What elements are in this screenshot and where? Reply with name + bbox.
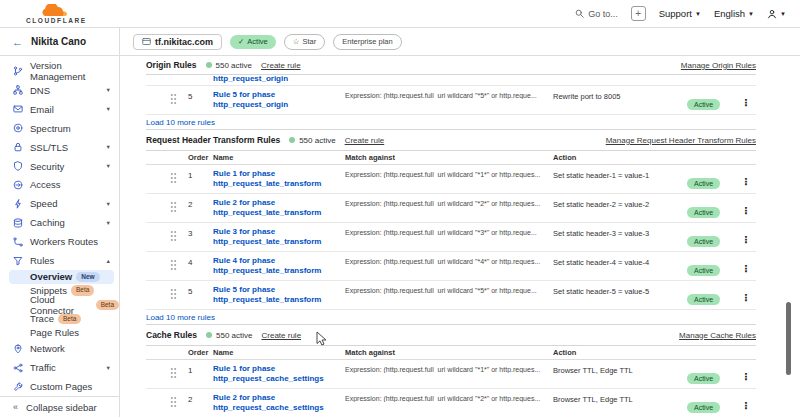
rule-name-link[interactable]: Rule 3 for phasehttp_request_late_transf… (213, 227, 345, 247)
clipped-rule-row: http_request_origin (146, 75, 756, 86)
rule-name-link[interactable]: Rule 4 for phasehttp_request_late_transf… (213, 256, 345, 276)
sidebar: Version Management DNS ▼ Email ▼ Spectru… (0, 56, 120, 417)
load-more-transform-rules[interactable]: Load 10 more rules (146, 310, 756, 325)
cloudflare-logo[interactable]: CLOUDFLARE (26, 4, 87, 25)
star-button[interactable]: ☆ Star (284, 34, 326, 50)
drag-handle-icon[interactable] (170, 93, 177, 104)
rules-overview-content: Origin Rules 550 active Create rule Mana… (120, 56, 800, 417)
funnel-icon (13, 256, 23, 266)
site-icon (142, 37, 151, 46)
beta-badge: Beta (96, 300, 119, 310)
drag-handle-icon[interactable] (170, 172, 177, 183)
drag-handle-icon[interactable] (170, 367, 177, 378)
back-to-account[interactable]: ← Nikita Cano (0, 28, 120, 55)
drag-handle-icon[interactable] (170, 288, 177, 299)
rule-order: 5 (188, 90, 213, 101)
kebab-menu-icon[interactable]: ⋮ (739, 292, 753, 303)
sidebar-item-speed[interactable]: Speed ▼ (0, 194, 119, 213)
section-title: Origin Rules (146, 60, 197, 70)
sidebar-item-security[interactable]: Security ▼ (0, 157, 119, 176)
kebab-menu-icon[interactable]: ⋮ (739, 400, 753, 411)
kebab-menu-icon[interactable]: ⋮ (739, 205, 753, 216)
sidebar-item-ssl-tls[interactable]: SSL/TLS ▼ (0, 138, 119, 157)
status-badge: Active (687, 402, 720, 413)
manage-cache-rules-link[interactable]: Manage Cache Rules (679, 331, 756, 340)
rule-name-link[interactable]: http_request_origin (213, 75, 756, 84)
load-more-origin-rules[interactable]: Load 10 more rules (146, 115, 756, 130)
manage-origin-rules-link[interactable]: Manage Origin Rules (681, 61, 756, 70)
status-badge: Active (687, 373, 720, 384)
sidebar-item-version-management[interactable]: Version Management (0, 61, 119, 81)
table-row: 4 Rule 4 for phasehttp_request_late_tran… (146, 252, 756, 281)
user-menu[interactable]: ▼ (767, 9, 786, 19)
column-order: Order (188, 348, 213, 357)
kebab-menu-icon[interactable]: ⋮ (739, 371, 753, 382)
column-match: Match against (345, 153, 553, 162)
mail-icon (13, 104, 23, 114)
status-badge: Active (687, 207, 720, 218)
manage-transform-rules-link[interactable]: Manage Request Header Transform Rules (606, 136, 756, 145)
scrollbar-thumb[interactable] (786, 302, 791, 375)
sidebar-item-dns[interactable]: DNS ▼ (0, 81, 119, 100)
sidebar-item-rules-overview[interactable]: Overview New (9, 270, 114, 284)
kebab-menu-icon[interactable]: ⋮ (739, 176, 753, 187)
drag-handle-icon[interactable] (170, 259, 177, 270)
table-row: 2 Rule 2 for phasehttp_request_late_tran… (146, 194, 756, 223)
column-action: Action (553, 153, 687, 162)
sidebar-item-workers-routes[interactable]: Workers Routes (0, 232, 119, 251)
sidebar-item-custom-pages[interactable]: Custom Pages (0, 377, 119, 396)
rule-name-link[interactable]: Rule 1 for phasehttp_request_late_transf… (213, 169, 345, 189)
status-dot-icon (206, 62, 212, 68)
dns-icon (13, 85, 23, 95)
domain-selector[interactable]: tf.nikitac.com (133, 34, 222, 50)
sidebar-item-caching[interactable]: Caching ▼ (0, 213, 119, 232)
chevron-down-icon: ▼ (106, 163, 111, 169)
sidebar-item-rules-page-rules[interactable]: Page Rules (0, 326, 119, 340)
table-row: 2 Rule 2 for phasehttp_request_cache_set… (146, 389, 756, 417)
access-icon (13, 180, 23, 190)
collapse-sidebar-button[interactable]: « Collapse sidebar (0, 396, 119, 417)
kebab-menu-icon[interactable]: ⋮ (739, 234, 753, 245)
sidebar-item-rules-cloud-connector[interactable]: Cloud Connector Beta (0, 297, 119, 312)
drag-handle-icon[interactable] (170, 201, 177, 212)
create-rule-link[interactable]: Create rule (261, 61, 301, 70)
create-rule-link[interactable]: Create rule (262, 331, 302, 340)
table-row: 1 Rule 1 for phasehttp_request_cache_set… (146, 360, 756, 389)
sidebar-item-rules-trace[interactable]: Trace Beta (0, 312, 119, 326)
goto-search[interactable]: Go to... (575, 9, 618, 19)
column-order: Order (188, 153, 213, 162)
drag-handle-icon[interactable] (170, 230, 177, 241)
create-rule-link[interactable]: Create rule (345, 136, 385, 145)
domain-name: tf.nikitac.com (155, 37, 213, 47)
chevron-down-icon: ▼ (780, 11, 786, 17)
rule-name-link[interactable]: Rule 5 for phasehttp_request_late_transf… (213, 285, 345, 305)
rule-name-link[interactable]: Rule 1 for phasehttp_request_cache_setti… (213, 364, 345, 384)
kebab-menu-icon[interactable]: ⋮ (739, 263, 753, 274)
sidebar-item-access[interactable]: Access (0, 176, 119, 195)
column-action: Action (553, 348, 687, 357)
route-icon (13, 237, 23, 247)
sidebar-item-spectrum[interactable]: Spectrum (0, 119, 119, 138)
kebab-menu-icon[interactable]: ⋮ (739, 97, 753, 108)
support-menu[interactable]: Support ▼ (659, 8, 701, 19)
share-icon (13, 363, 23, 373)
status-badge: Active (687, 178, 720, 189)
chevron-down-icon: ▼ (748, 11, 754, 17)
database-icon (13, 218, 23, 228)
cache-rules-header: Cache Rules 550 active Create rule Manag… (146, 325, 756, 346)
sidebar-item-network[interactable]: Network (0, 339, 119, 358)
sidebar-item-traffic[interactable]: Traffic ▼ (0, 358, 119, 377)
drag-handle-icon[interactable] (170, 396, 177, 407)
status-badge: Active (687, 265, 720, 276)
goto-label: Go to... (588, 9, 618, 19)
sidebar-item-rules[interactable]: Rules ▲ (0, 251, 119, 270)
status-dot-icon (289, 137, 295, 143)
top-bar: CLOUDFLARE Go to... + Support ▼ English … (0, 0, 800, 28)
language-menu[interactable]: English ▼ (714, 8, 754, 19)
rule-name-link[interactable]: Rule 2 for phasehttp_request_cache_setti… (213, 393, 345, 413)
rule-name-link[interactable]: Rule 2 for phasehttp_request_late_transf… (213, 198, 345, 218)
rule-name-link[interactable]: Rule 5 for phasehttp_request_origin (213, 90, 345, 110)
add-site-button[interactable]: + (631, 6, 646, 21)
sidebar-item-email[interactable]: Email ▼ (0, 100, 119, 119)
transform-rules-header: Request Header Transform Rules 550 activ… (146, 130, 756, 151)
